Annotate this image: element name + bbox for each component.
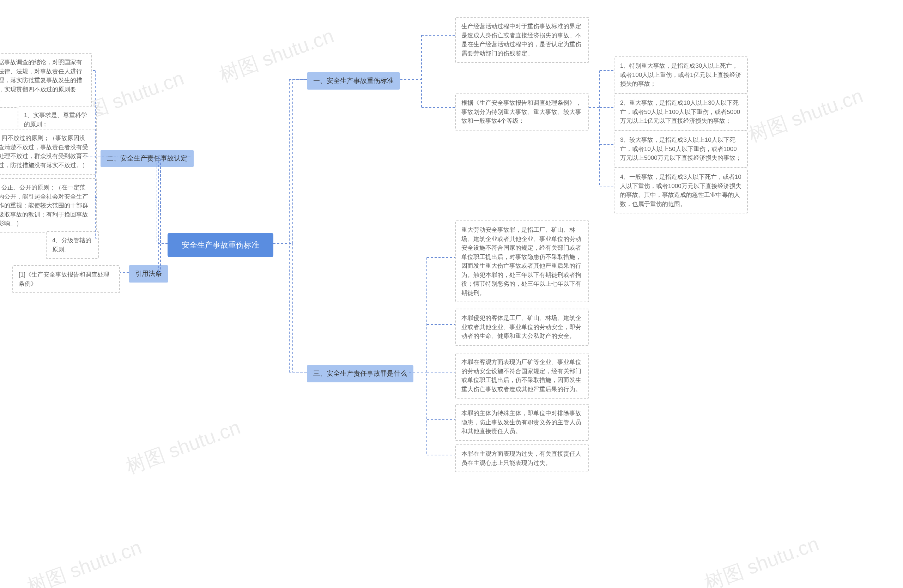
leaf-b3-c1: 重大劳动安全事故罪，是指工厂、矿山、林场、建筑企业或者其他企业、事业单位的劳动安… [455, 220, 589, 302]
leaf-b2-c3: 2、四不放过的原则；（事故原因没有查清楚不放过，事故责任者没有受到处理不放过，群… [0, 129, 97, 175]
leaf-b3-c2: 本罪侵犯的客体是工厂、矿山、林场、建筑企业或者其他企业、事业单位的劳动安全，即劳… [455, 309, 589, 346]
leaf-b2-c1: 根据事故调查的结论，对照国家有关法律、法规，对事故责任人进行处理，落实防范重复事… [0, 53, 92, 108]
watermark: 树图 shutu.cn [745, 83, 867, 148]
leaf-b1-c2: 根据《生产安全事故报告和调查处理条例》，事故划分为特别重大事故、重大事故、较大事… [455, 93, 589, 130]
watermark: 树图 shutu.cn [24, 534, 145, 588]
watermark: 树图 shutu.cn [701, 530, 823, 588]
branch-1[interactable]: 一、安全生产事故重伤标准 [307, 72, 400, 90]
leaf-b3-c3: 本罪在客观方面表现为厂矿等企业、事业单位的劳动安全设施不符合国家规定，经有关部门… [455, 353, 589, 399]
leaf-b1-c2-d3: 3、较大事故，是指造成3人以上10人以下死亡，或者10人以上50人以下重伤，或者… [614, 130, 748, 168]
branch-3[interactable]: 三、安全生产责任事故罪是什么 [307, 365, 414, 382]
connectors-main [0, 0, 903, 588]
leaf-b2-c4: 3、公正、公开的原则；（在一定范围内公开，能引起全社会对安全生产工作的重视；能使… [0, 178, 97, 233]
watermark: 树图 shutu.cn [123, 414, 244, 480]
connectors [0, 0, 903, 588]
branch-2[interactable]: 二、安全生产责任事故认定 [101, 150, 194, 167]
leaf-b1-c2-d1: 1、特别重大事故，是指造成30人以上死亡，或者100人以上重伤，或者1亿元以上直… [614, 57, 748, 93]
leaf-b1-c2-d4: 4、一般事故，是指造成3人以下死亡，或者10人以下重伤，或者1000万元以下直接… [614, 168, 748, 214]
leaf-b3-c5: 本罪在主观方面表现为过失，有关直接责任人员在主观心态上只能表现为过失。 [455, 445, 589, 472]
leaf-b4-c1: [1]《生产安全事故报告和调查处理条例》 [13, 265, 120, 293]
leaf-b1-c1: 生产经营活动过程中对于重伤事故标准的界定是造成人身伤亡或者直接经济损失的事故。不… [455, 17, 589, 63]
branch-4[interactable]: 引用法条 [129, 265, 168, 283]
leaf-b3-c4: 本罪的主体为特殊主体，即单位中对排除事故隐患，防止事故发生负有职责义务的主管人员… [455, 404, 589, 441]
leaf-b2-c5: 4、分级管辖的原则。 [46, 231, 99, 259]
leaf-b1-c2-d2: 2、重大事故，是指造成10人以上30人以下死亡，或者50人以上100人以下重伤，… [614, 93, 748, 130]
root-node[interactable]: 安全生产事故重伤标准 [168, 233, 274, 257]
